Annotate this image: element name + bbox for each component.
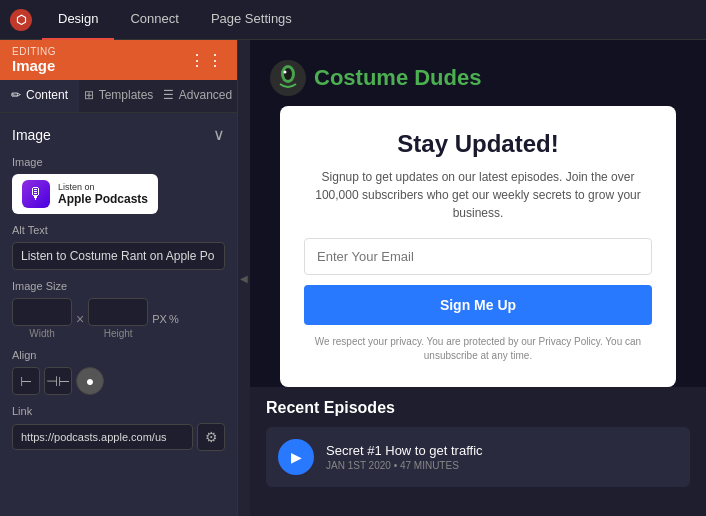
podcast-name-text: Apple Podcasts bbox=[58, 192, 148, 206]
logo-icon: ⬡ bbox=[10, 9, 32, 31]
nav-tab-design[interactable]: Design bbox=[42, 0, 114, 40]
link-settings-icon[interactable]: ⚙ bbox=[197, 423, 225, 451]
editing-title: Image bbox=[12, 57, 56, 74]
nav-tab-page-settings[interactable]: Page Settings bbox=[195, 0, 308, 40]
top-nav: ⬡ Design Connect Page Settings bbox=[0, 0, 706, 40]
link-row: ⚙ bbox=[12, 423, 225, 451]
signup-title: Stay Updated! bbox=[304, 130, 652, 158]
align-row: ⊢ ⊣⊢ ● bbox=[12, 367, 225, 395]
main-layout: EDITING Image ⋮⋮ ✏ Content ⊞ Templates ☰… bbox=[0, 40, 706, 516]
right-panel: Costume Dudes Stay Updated! Signup to ge… bbox=[250, 40, 706, 516]
alt-text-input[interactable] bbox=[12, 242, 225, 270]
brand-logo-icon bbox=[270, 60, 306, 96]
editing-info: EDITING Image bbox=[12, 46, 56, 74]
dots-menu-icon[interactable]: ⋮⋮ bbox=[189, 51, 225, 70]
editing-label: EDITING bbox=[12, 46, 56, 57]
align-label: Align bbox=[12, 349, 225, 361]
size-unit: PX % bbox=[152, 313, 178, 325]
size-row: Width × Height PX % bbox=[12, 298, 225, 339]
nav-tabs: Design Connect Page Settings bbox=[42, 0, 308, 40]
image-section-header: Image ∨ bbox=[12, 125, 225, 144]
unit-percent[interactable]: % bbox=[169, 313, 179, 325]
email-input-preview[interactable] bbox=[304, 238, 652, 275]
privacy-text: We respect your privacy. You are protect… bbox=[304, 335, 652, 363]
align-center-btn[interactable]: ⊣⊢ bbox=[44, 367, 72, 395]
hero-area: Costume Dudes Stay Updated! Signup to ge… bbox=[250, 40, 706, 387]
episode-card: ▶ Secret #1 How to get traffic JAN 1ST 2… bbox=[266, 427, 690, 487]
tab-content[interactable]: ✏ Content bbox=[0, 80, 79, 112]
panel-divider[interactable]: ◀ bbox=[238, 40, 250, 516]
episode-meta: JAN 1ST 2020 • 47 MINUTES bbox=[326, 460, 483, 471]
tab-templates-label: Templates bbox=[99, 88, 154, 102]
tab-advanced[interactable]: ☰ Advanced bbox=[158, 80, 237, 112]
apple-podcasts-badge[interactable]: 🎙 Listen on Apple Podcasts bbox=[12, 174, 158, 214]
templates-icon: ⊞ bbox=[84, 88, 94, 102]
podcast-icon: 🎙 bbox=[22, 180, 50, 208]
signup-desc: Signup to get updates on our latest epis… bbox=[304, 168, 652, 222]
recent-episodes-section: Recent Episodes ▶ Secret #1 How to get t… bbox=[250, 387, 706, 499]
height-input[interactable] bbox=[88, 298, 148, 326]
size-separator: × bbox=[76, 311, 84, 327]
align-right-btn[interactable]: ● bbox=[76, 367, 104, 395]
advanced-icon: ☰ bbox=[163, 88, 174, 102]
brand-header: Costume Dudes bbox=[270, 60, 481, 96]
recent-episodes-title: Recent Episodes bbox=[266, 399, 690, 417]
image-field-label: Image bbox=[12, 156, 225, 168]
image-size-label: Image Size bbox=[12, 280, 225, 292]
unit-px[interactable]: PX bbox=[152, 313, 167, 325]
nav-tab-connect[interactable]: Connect bbox=[114, 0, 194, 40]
align-left-btn[interactable]: ⊢ bbox=[12, 367, 40, 395]
page-preview: Costume Dudes Stay Updated! Signup to ge… bbox=[250, 40, 706, 516]
link-label: Link bbox=[12, 405, 225, 417]
section-title: Image bbox=[12, 127, 51, 143]
width-input[interactable] bbox=[12, 298, 72, 326]
episode-info: Secret #1 How to get traffic JAN 1ST 202… bbox=[326, 443, 483, 471]
signup-card: Stay Updated! Signup to get updates on o… bbox=[280, 106, 676, 387]
tab-advanced-label: Advanced bbox=[179, 88, 232, 102]
tab-templates[interactable]: ⊞ Templates bbox=[79, 80, 158, 112]
width-label: Width bbox=[12, 328, 72, 339]
signup-button[interactable]: Sign Me Up bbox=[304, 285, 652, 325]
brand-name-text: Costume Dudes bbox=[314, 65, 481, 91]
collapse-arrow-icon[interactable]: ∨ bbox=[213, 125, 225, 144]
svg-point-2 bbox=[284, 68, 292, 80]
width-field: Width bbox=[12, 298, 72, 339]
pencil-icon: ✏ bbox=[11, 88, 21, 102]
alt-text-label: Alt Text bbox=[12, 224, 225, 236]
height-field: Height bbox=[88, 298, 148, 339]
panel-content: Image ∨ Image 🎙 Listen on Apple Podcasts… bbox=[0, 113, 237, 516]
episode-title: Secret #1 How to get traffic bbox=[326, 443, 483, 458]
tab-content-label: Content bbox=[26, 88, 68, 102]
height-label: Height bbox=[88, 328, 148, 339]
podcast-listen-text: Listen on bbox=[58, 182, 148, 192]
podcast-text-block: Listen on Apple Podcasts bbox=[58, 182, 148, 206]
play-button[interactable]: ▶ bbox=[278, 439, 314, 475]
link-input[interactable] bbox=[12, 424, 193, 450]
editing-header: EDITING Image ⋮⋮ bbox=[0, 40, 237, 80]
sub-tabs: ✏ Content ⊞ Templates ☰ Advanced bbox=[0, 80, 237, 113]
left-panel: EDITING Image ⋮⋮ ✏ Content ⊞ Templates ☰… bbox=[0, 40, 238, 516]
svg-point-3 bbox=[284, 71, 287, 74]
